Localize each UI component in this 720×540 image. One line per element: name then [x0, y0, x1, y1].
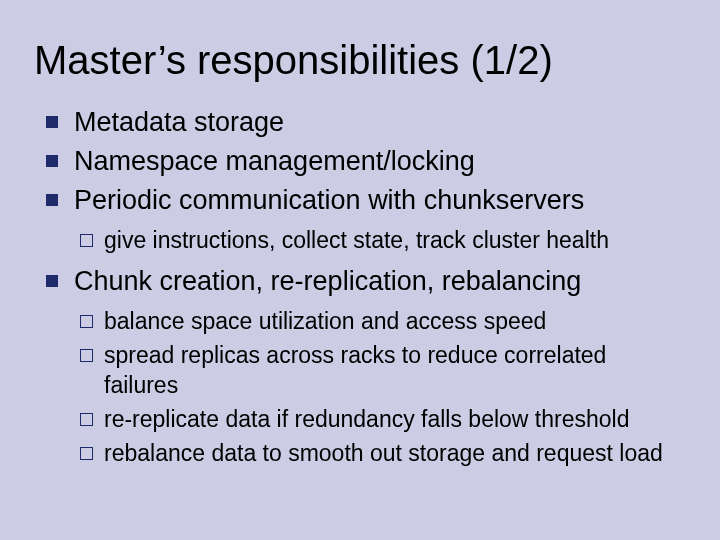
list-item: Metadata storage: [40, 105, 686, 140]
list-item: Periodic communication with chunkservers…: [40, 183, 686, 256]
list-item: Chunk creation, re-replication, rebalanc…: [40, 264, 686, 469]
sub-list-item: give instructions, collect state, track …: [74, 226, 686, 256]
sub-list: give instructions, collect state, track …: [74, 226, 686, 256]
sub-list-item: balance space utilization and access spe…: [74, 307, 686, 337]
list-item-text: Metadata storage: [74, 107, 284, 137]
sub-list: balance space utilization and access spe…: [74, 307, 686, 468]
sub-list-item: rebalance data to smooth out storage and…: [74, 439, 686, 469]
sub-list-item: spread replicas across racks to reduce c…: [74, 341, 686, 401]
slide-title: Master’s responsibilities (1/2): [34, 38, 686, 83]
list-item-text: Periodic communication with chunkservers: [74, 185, 584, 215]
list-item-text: Namespace management/locking: [74, 146, 475, 176]
list-item-text: Chunk creation, re-replication, rebalanc…: [74, 266, 581, 296]
bullet-list: Metadata storage Namespace management/lo…: [40, 105, 686, 469]
sub-list-item: re-replicate data if redundancy falls be…: [74, 405, 686, 435]
list-item: Namespace management/locking: [40, 144, 686, 179]
